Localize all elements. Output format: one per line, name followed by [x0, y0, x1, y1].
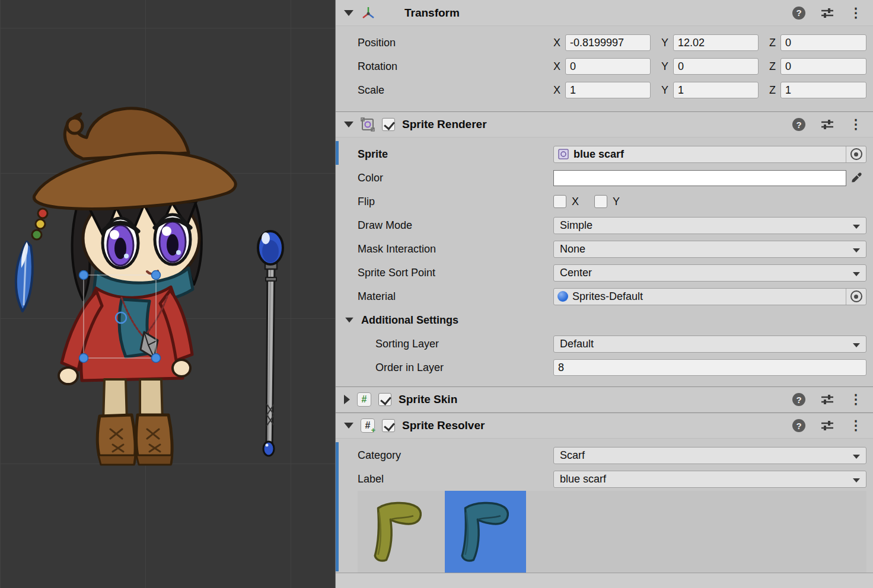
category-row: Category Scarf [336, 443, 873, 467]
sprite-thumb-icon [557, 148, 569, 160]
additional-settings-label: Additional Settings [361, 314, 458, 327]
scale-z-field[interactable]: 1 [780, 82, 866, 98]
rotation-x-field[interactable]: 0 [565, 58, 651, 75]
draw-mode-label: Draw Mode [358, 219, 553, 232]
position-row: Position X -0.8199997 Y 12.02 Z 0 [336, 31, 873, 55]
sprite-sort-point-label: Sprite Sort Point [358, 267, 553, 279]
y-axis-label: Y [661, 60, 668, 73]
rotation-y-field[interactable]: 0 [673, 58, 759, 75]
z-axis-label: Z [769, 60, 776, 73]
x-axis-label: X [553, 37, 560, 49]
inspector-footer [336, 573, 873, 588]
flip-x-label: X [572, 196, 579, 208]
label-dropdown[interactable]: blue scarf [553, 471, 866, 488]
draw-mode-dropdown[interactable]: Simple [553, 217, 866, 234]
transform-header[interactable]: Transform ? ⋮ [336, 0, 873, 26]
sprite-resolver-script-icon: #+ [361, 418, 375, 433]
position-label: Position [358, 37, 553, 49]
sprite-object-field[interactable]: blue scarf [553, 146, 866, 163]
presets-icon[interactable] [821, 394, 834, 405]
foldout-arrow-icon[interactable] [344, 122, 353, 127]
sprite-sort-point-value: Center [560, 267, 592, 279]
inspector-panel: Transform ? ⋮ Position X -0.8199997 Y 12… [335, 0, 873, 588]
sprite-resolver-header[interactable]: #+ Sprite Resolver ? ⋮ [336, 413, 873, 439]
help-icon[interactable]: ? [792, 118, 805, 131]
more-menu-icon[interactable]: ⋮ [849, 7, 862, 20]
selection-handle [152, 354, 161, 363]
help-icon[interactable]: ? [792, 7, 805, 20]
position-y-field[interactable]: 12.02 [673, 34, 759, 51]
mask-interaction-label: Mask Interaction [358, 243, 553, 255]
material-row: Material Sprites-Default [336, 285, 873, 308]
component-enabled-checkbox[interactable] [378, 393, 391, 406]
sprite-skin-header[interactable]: # Sprite Skin ? ⋮ [336, 386, 873, 413]
order-in-layer-row: Order in Layer 8 [336, 356, 873, 379]
y-axis-label: Y [661, 37, 668, 49]
sprite-variant-strip [358, 491, 866, 573]
additional-settings-row[interactable]: Additional Settings [336, 308, 873, 332]
more-menu-icon[interactable]: ⋮ [849, 419, 862, 432]
material-icon [557, 291, 568, 302]
rotation-z-field[interactable]: 0 [780, 58, 866, 75]
object-picker-icon[interactable] [846, 289, 866, 305]
color-swatch[interactable] [553, 170, 846, 186]
eyedropper-icon[interactable] [846, 170, 866, 186]
more-menu-icon[interactable]: ⋮ [849, 393, 862, 406]
y-axis-label: Y [661, 84, 668, 97]
rotation-label: Rotation [358, 60, 553, 73]
sprite-sort-point-dropdown[interactable]: Center [553, 264, 866, 282]
foldout-arrow-icon[interactable] [345, 318, 353, 323]
scale-x-field[interactable]: 1 [565, 82, 651, 98]
foldout-arrow-icon[interactable] [344, 395, 350, 404]
presets-icon[interactable] [821, 420, 834, 431]
color-row: Color [336, 166, 873, 190]
presets-icon[interactable] [821, 8, 834, 18]
scale-y-field[interactable]: 1 [673, 82, 759, 98]
scale-row: Scale X 1 Y 1 Z 1 [336, 78, 873, 102]
sprite-row: Sprite blue scarf [336, 142, 873, 166]
component-enabled-checkbox[interactable] [382, 118, 395, 131]
help-icon[interactable]: ? [792, 393, 805, 406]
flip-x-checkbox[interactable] [553, 195, 566, 208]
prefab-override-bar [336, 141, 339, 165]
scale-label: Scale [358, 84, 553, 97]
more-menu-icon[interactable]: ⋮ [849, 118, 862, 131]
foldout-arrow-icon[interactable] [344, 10, 353, 16]
sprite-sort-point-row: Sprite Sort Point Center [336, 261, 873, 285]
position-x-field[interactable]: -0.8199997 [565, 34, 651, 51]
sprite-renderer-title: Sprite Renderer [402, 118, 487, 131]
sprite-skin-script-icon: # [357, 392, 371, 407]
character-sprite [16, 108, 235, 465]
rotation-row: Rotation X 0 Y 0 Z 0 [336, 55, 873, 78]
sprite-renderer-header[interactable]: Sprite Renderer ? ⋮ [336, 111, 873, 138]
label-label: Label [358, 473, 553, 485]
mask-interaction-dropdown[interactable]: None [553, 241, 866, 258]
flip-row: Flip X Y [336, 190, 873, 213]
blue-scarf-thumbnail[interactable] [445, 491, 526, 573]
transform-title: Transform [404, 7, 460, 20]
order-in-layer-field[interactable]: 8 [553, 359, 866, 376]
position-z-field[interactable]: 0 [780, 34, 866, 51]
mask-interaction-value: None [560, 243, 585, 255]
staff-sprite [258, 231, 283, 456]
sprite-resolver-title: Sprite Resolver [402, 419, 485, 432]
scene-view[interactable] [0, 0, 335, 588]
category-dropdown[interactable]: Scarf [553, 447, 866, 464]
draw-mode-value: Simple [560, 219, 592, 232]
flip-y-label: Y [613, 196, 620, 208]
x-axis-label: X [553, 84, 560, 97]
green-scarf-thumbnail[interactable] [358, 491, 439, 573]
presets-icon[interactable] [821, 119, 834, 130]
label-value: blue scarf [560, 473, 606, 485]
help-icon[interactable]: ? [792, 419, 805, 432]
flip-y-checkbox[interactable] [594, 195, 607, 208]
object-picker-icon[interactable] [846, 146, 866, 162]
sprite-label: Sprite [358, 148, 553, 161]
sorting-layer-dropdown[interactable]: Default [553, 335, 866, 353]
selection-handle [79, 354, 88, 363]
selection-handle [79, 271, 88, 280]
prefab-override-bar [336, 442, 339, 571]
foldout-arrow-icon[interactable] [344, 423, 353, 429]
component-enabled-checkbox[interactable] [382, 419, 395, 432]
material-object-field[interactable]: Sprites-Default [553, 288, 866, 305]
